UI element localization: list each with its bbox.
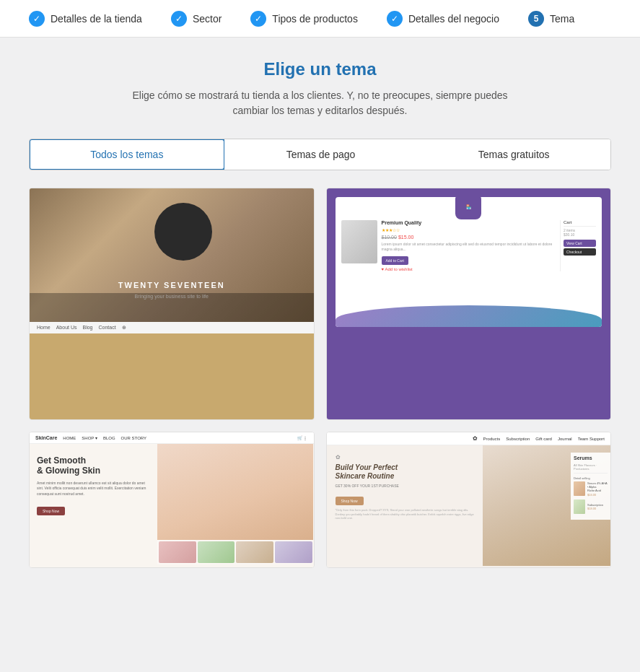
skincare2-sidebar: Serums All Skin Flavours · Productores D… <box>571 453 610 520</box>
page-title: Elige un tema <box>29 59 611 79</box>
skincare-nav-story: OUR STORY <box>121 436 146 440</box>
product-title: Premium Quality <box>382 220 556 225</box>
cart-divider <box>564 226 596 227</box>
tab-paid-themes[interactable]: Temas de pago <box>224 139 418 170</box>
product-image <box>341 220 377 263</box>
site-subtitle-overlay: Bringing your business site to life <box>30 294 314 299</box>
theme-preview-storefront: 🏪 Premium Quality ★★★☆☆ $10.00 $15.00 Lo… <box>327 188 611 419</box>
skincare-shop-btn: Shop Now <box>37 507 65 515</box>
skincare2-nav: ✿ Products Subscription Gift card Journa… <box>327 432 611 445</box>
skincare-logo: SkinCare <box>35 435 57 440</box>
store-window: 🏪 Premium Quality ★★★☆☆ $10.00 $15.00 Lo… <box>336 197 602 327</box>
theme-card-twenty-seventeen: TWENTY SEVENTEEN Bringing your business … <box>29 188 315 420</box>
theme-info-storefront: Storefront Gratis Elegir 12 Demostración… <box>327 419 611 420</box>
decorative-wave <box>336 305 602 327</box>
nav-step-product-types[interactable]: ✓ Tipos de productos <box>236 11 372 27</box>
product-thumb-4 <box>275 541 312 563</box>
theme-card-skincare2: ✿ Products Subscription Gift card Journa… <box>326 432 612 568</box>
themes-grid: TWENTY SEVENTEEN Bringing your business … <box>29 188 611 568</box>
product-row: Premium Quality ★★★☆☆ $10.00 $15.00 Lore… <box>341 220 597 271</box>
cart-items: 2 items$30.10 <box>564 228 596 237</box>
skincare-headline: Get Smooth& Glowing Skin <box>37 455 150 476</box>
view-cart-btn: View Cart <box>564 240 596 247</box>
sk2-nav-teamsupport: Team Support <box>578 437 605 441</box>
skincare2-img: Serums All Skin Flavours · Productores D… <box>483 445 610 566</box>
product-stars: ★★★☆☆ <box>382 227 556 232</box>
product-price: $10.00 $15.00 <box>382 235 556 240</box>
theme-tabs: Todos los temas Temas de pago Temas grat… <box>29 139 611 170</box>
nav-step-label-business-details: Detalles del negocio <box>408 13 499 25</box>
tab-free-themes[interactable]: Temas gratuitos <box>417 139 610 170</box>
theme-info-twenty-seventeen: Twenty Seventeen Tema activo actualmente… <box>30 419 314 420</box>
skincare-desc: Amet minim mollit non deserunt ullamco e… <box>37 481 150 497</box>
open-icon: 🏪 <box>466 204 471 209</box>
theme-info-skincare2: SkinCare Routine <box>327 567 611 568</box>
price-new: $15.00 <box>398 235 413 240</box>
site-title-overlay: TWENTY SEVENTEEN <box>30 281 314 289</box>
sk2-nav-sub: Subscription <box>506 437 530 441</box>
nav-home: Home <box>37 325 51 331</box>
nav-step-sector[interactable]: ✓ Sector <box>157 11 236 27</box>
skincare2-sub: GET 30% OFF YOUR 1ST PURCHASE <box>336 484 474 488</box>
check-icon-shop-details: ✓ <box>29 11 45 27</box>
theme-card-storefront: 🏪 Premium Quality ★★★☆☆ $10.00 $15.00 Lo… <box>326 188 612 420</box>
check-icon-business-details: ✓ <box>387 11 403 27</box>
nav-contact: Contact <box>99 325 116 331</box>
add-to-cart-btn-preview: Add to Cart <box>382 256 408 265</box>
sk2-sidebar-title: Serums <box>574 455 608 461</box>
wishlist-btn-preview: ♥ Add to wishlist <box>382 267 556 271</box>
nav-more: ⊕ <box>122 325 126 331</box>
nav-about: About Us <box>56 325 77 331</box>
sk2-pthumb-1 <box>574 481 585 496</box>
nav-step-shop-details[interactable]: ✓ Detalles de la tienda <box>14 11 157 27</box>
sk2-pthumb-2 <box>574 499 585 514</box>
skincare-text-col: Get Smooth& Glowing Skin Amet minim moll… <box>30 444 157 564</box>
sk2-product-item-2: Subscription$18.00 <box>574 499 608 514</box>
step-number-theme: 5 <box>528 11 544 27</box>
sk2-nav-products: Products <box>483 437 501 441</box>
page-subtitle: Elige cómo se mostrará tu tienda a los c… <box>29 88 611 118</box>
sk2-filter-row: All Skin Flavours · Productores <box>574 463 608 471</box>
theme-preview-skincare: SkinCare HOME SHOP ▾ BLOG OUR STORY 🛒 ⋮ … <box>30 432 314 567</box>
product-desc: Lorem ipsum dolor sit amet consectetur a… <box>382 242 556 252</box>
theme-preview-skincare2: ✿ Products Subscription Gift card Journa… <box>327 432 611 567</box>
skincare2-text: ✿ Build Your PerfectSkincare Routine GET… <box>327 445 483 566</box>
skincare2-logo-icon: ✿ <box>473 435 478 442</box>
open-badge: 🏪 <box>455 197 481 219</box>
skincare-nav: SkinCare HOME SHOP ▾ BLOG OUR STORY 🛒 ⋮ <box>30 432 314 444</box>
sk2-detail-label: Detail selling <box>574 476 608 480</box>
nav-step-label-product-types: Tipos de productos <box>272 13 358 25</box>
wizard-nav: ✓ Detalles de la tienda ✓ Sector ✓ Tipos… <box>0 0 640 38</box>
price-old: $10.00 <box>382 235 397 240</box>
product-details: Premium Quality ★★★☆☆ $10.00 $15.00 Lore… <box>382 220 556 271</box>
skincare2-shop-btn: Shop Now <box>336 497 364 505</box>
product-thumb-2 <box>198 541 235 563</box>
cart-checkout: View Cart Checkout <box>564 240 596 256</box>
nav-step-label-sector: Sector <box>193 13 222 25</box>
skincare-nav-icons: 🛒 ⋮ <box>297 435 308 440</box>
nav-step-label-theme: Tema <box>550 13 574 25</box>
check-icon-product-types: ✓ <box>250 11 266 27</box>
sk2-nav-journal: Journal <box>558 437 572 441</box>
nav-step-business-details[interactable]: ✓ Detalles del negocio <box>372 11 514 27</box>
skincare2-content: ✿ Build Your PerfectSkincare Routine GET… <box>327 445 611 566</box>
skincare-nav-home: HOME <box>63 436 76 440</box>
check-icon-sector: ✓ <box>171 11 187 27</box>
nav-step-theme[interactable]: 5 Tema <box>514 11 589 27</box>
tab-all-themes[interactable]: Todos los temas <box>29 139 225 170</box>
checkout-btn: Checkout <box>564 248 596 256</box>
sk2-pinfo-2: Subscription$18.00 <box>587 503 603 510</box>
cart-label: Cart <box>564 220 596 224</box>
cart-column: Cart 2 items$30.10 View Cart Checkout <box>560 220 596 271</box>
skincare2-headline: Build Your PerfectSkincare Routine <box>336 463 474 481</box>
skincare2-fine-print: *Only from this form pack. Dropped? SYS,… <box>336 508 474 520</box>
skincare-product-thumbs <box>157 540 313 564</box>
sk2-logo-text: ✿ <box>336 454 474 461</box>
mini-nav: Home About Us Blog Contact ⊕ <box>30 322 314 333</box>
skincare-img-col <box>157 444 313 564</box>
product-thumb-1 <box>159 541 196 563</box>
sk2-product-item-1: Serum 4% AHA • AlphaRiche Acid$24.00 <box>574 481 608 497</box>
main-content: Elige un tema Elige cómo se mostrará tu … <box>0 38 640 590</box>
theme-info-skincare: SkinCare <box>30 567 314 568</box>
nav-step-label-shop-details: Detalles de la tienda <box>51 13 142 25</box>
